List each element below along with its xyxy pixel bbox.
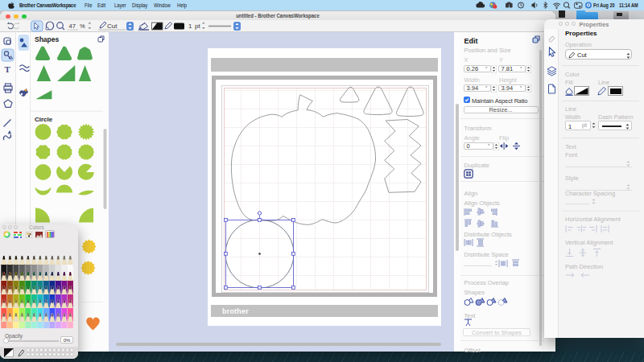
svg-text:pt: pt bbox=[195, 23, 200, 30]
svg-text:Circle: Circle bbox=[35, 116, 53, 123]
svg-text:1: 1 bbox=[188, 23, 192, 30]
svg-text:T: T bbox=[5, 64, 11, 74]
svg-text:%: % bbox=[80, 23, 85, 30]
svg-text:Cut: Cut bbox=[107, 23, 118, 30]
svg-text:47: 47 bbox=[69, 23, 76, 30]
